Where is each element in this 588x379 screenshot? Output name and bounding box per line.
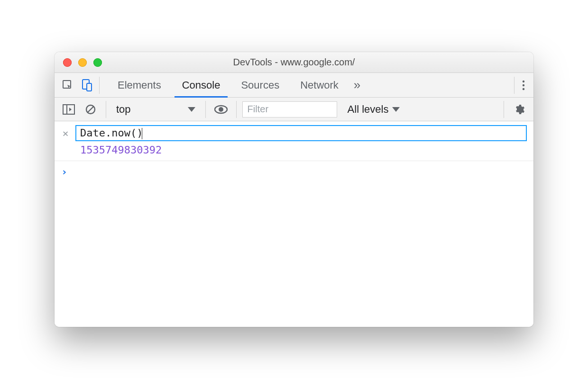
svg-rect-6: [63, 105, 74, 114]
settings-gear-icon[interactable]: [510, 100, 529, 119]
svg-point-4: [523, 84, 524, 86]
traffic-lights: [63, 58, 102, 67]
devtools-window: DevTools - www.google.com/ Elements Cons…: [55, 52, 533, 327]
live-expression-input[interactable]: Date.now(): [75, 125, 527, 141]
svg-point-3: [523, 80, 524, 82]
window-title: DevTools - www.google.com/: [55, 57, 533, 68]
console-input[interactable]: [73, 166, 527, 178]
chevron-down-icon: [392, 107, 400, 112]
live-expression-row: × Date.now() 1535749830392: [55, 121, 533, 161]
context-label: top: [116, 103, 131, 116]
kebab-menu-icon[interactable]: [517, 80, 530, 91]
panel-tabs: Elements Console Sources Network: [107, 73, 349, 97]
divider: [236, 101, 237, 118]
svg-rect-0: [63, 81, 71, 88]
live-expression-result: 1535749830392: [80, 144, 527, 156]
title-bar: DevTools - www.google.com/: [55, 52, 533, 73]
levels-label: All levels: [348, 103, 389, 116]
divider: [205, 101, 206, 118]
chevron-down-icon: [188, 107, 195, 112]
tab-elements[interactable]: Elements: [107, 73, 172, 97]
context-selector[interactable]: top: [112, 101, 200, 118]
svg-line-9: [88, 107, 93, 112]
close-window-button[interactable]: [63, 58, 72, 67]
inspect-element-icon[interactable]: [58, 76, 77, 95]
tab-network[interactable]: Network: [290, 73, 349, 97]
panel-tab-bar: Elements Console Sources Network »: [55, 73, 533, 98]
log-levels-selector[interactable]: All levels: [348, 103, 400, 116]
console-prompt-row: ›: [55, 161, 533, 182]
tab-sources[interactable]: Sources: [230, 73, 290, 97]
console-output: × Date.now() 1535749830392 ›: [55, 121, 533, 327]
filter-input[interactable]: [242, 101, 337, 117]
divider: [504, 101, 504, 118]
live-expression-icon[interactable]: [211, 100, 230, 119]
device-toolbar-icon[interactable]: [77, 76, 96, 95]
console-toolbar: top All levels: [55, 98, 533, 121]
svg-point-5: [523, 88, 524, 90]
zoom-window-button[interactable]: [93, 58, 102, 67]
divider: [99, 77, 100, 94]
svg-point-11: [219, 107, 223, 112]
more-tabs-icon[interactable]: »: [349, 78, 365, 92]
toggle-sidebar-icon[interactable]: [59, 100, 78, 119]
tab-console[interactable]: Console: [172, 73, 231, 97]
clear-console-icon[interactable]: [81, 100, 100, 119]
remove-live-expression-icon[interactable]: ×: [61, 127, 70, 139]
minimize-window-button[interactable]: [78, 58, 87, 67]
live-expression-text: Date.now(): [80, 127, 143, 139]
prompt-caret-icon: ›: [61, 166, 67, 178]
divider: [106, 101, 106, 118]
divider: [514, 77, 514, 94]
svg-rect-2: [87, 83, 92, 91]
